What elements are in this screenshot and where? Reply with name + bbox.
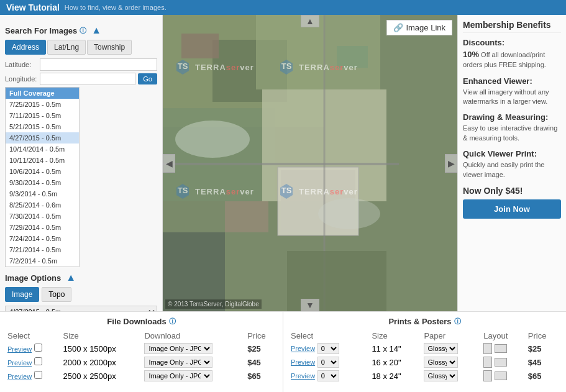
image-date-list-container: Full Coverage 7/25/2015 - 0.5m 7/11/2015… [5,87,157,267]
watermark-1: TS TERRAserver [174,58,254,76]
tab-topo[interactable]: Topo [42,287,71,302]
tab-township[interactable]: Township [87,40,132,55]
pp-col-paper: Paper [421,330,481,342]
pp-price-2: $65 [526,369,561,383]
svg-point-14 [318,198,380,229]
benefit-drawing: Drawing & Measuring: Easy to use interac… [463,112,561,143]
prints-info-icon: ⓘ [454,317,461,326]
watermark-2: TS TERRAserver [278,58,358,76]
link-icon: 🔗 [393,23,403,32]
dl-preview-link-0[interactable]: Preview [7,345,32,353]
pp-paper-select-1[interactable]: Glossy [424,357,458,368]
date-item-3[interactable]: 4/27/2015 - 0.5m [6,132,79,144]
price-display: Now Only $45! [463,186,561,196]
pp-qty-select-2[interactable]: 0 [317,370,339,381]
svg-rect-11 [225,201,268,232]
bottom-date-selector[interactable]: 4/27/2015 - 0.5m [5,306,157,311]
dl-format-select-2[interactable]: Image Only - JPG [144,370,212,381]
pp-portrait-icon-0[interactable] [483,343,492,354]
map-background: TS TERRAserver TS TERRAserver TS TERRAse… [163,15,457,311]
search-tabs: Address Lat/Lng Township [5,40,157,55]
search-expand-button[interactable]: ▲ [89,25,104,36]
pp-portrait-icon-2[interactable] [483,370,492,381]
dl-preview-link-2[interactable]: Preview [7,373,32,380]
view-tutorial-link[interactable]: View Tutorial [6,2,60,12]
pp-paper-2[interactable]: Glossy [421,369,481,383]
date-item-0[interactable]: 7/25/2015 - 0.5m [6,99,79,110]
bottom-date-select[interactable]: 4/27/2015 - 0.5m [5,306,157,311]
dl-checkbox-1[interactable] [34,357,42,365]
pp-portrait-icon-1[interactable] [483,357,492,368]
date-item-8[interactable]: 9/3/2014 - 0.5m [6,188,79,199]
dl-preview-link-1[interactable]: Preview [7,359,32,367]
dl-preview-2: Preview [5,369,61,383]
map-nav-right[interactable]: ▶ [445,154,457,173]
dl-download-1[interactable]: Image Only - JPG [142,355,245,369]
go-button[interactable]: Go [138,73,157,84]
pp-preview-link-1[interactable]: Preview [291,358,315,366]
table-row: Preview 2000 x 2000px Image Only - JPG $… [5,355,278,369]
map-nav-down[interactable]: ▼ [301,299,319,311]
image-link-button[interactable]: 🔗 Image Link [386,20,452,35]
map-nav-left[interactable]: ◀ [163,154,175,173]
pp-paper-select-2[interactable]: Glossy [424,370,458,381]
join-now-button[interactable]: Join Now [463,199,561,219]
date-list-header: Full Coverage [6,88,79,99]
image-options-expand-button[interactable]: ▲ [63,272,78,283]
svg-text:TS: TS [281,62,292,71]
date-item-12[interactable]: 7/24/2014 - 0.5m [6,233,79,244]
tab-latlng[interactable]: Lat/Lng [47,40,86,55]
pp-paper-0[interactable]: Glossy [421,342,481,355]
dl-col-size: Size [61,330,142,342]
file-downloads-info-icon: ⓘ [169,317,176,326]
dl-checkbox-0[interactable] [34,344,42,352]
pp-landscape-icon-1[interactable] [495,358,507,367]
table-row: Preview 0 11 x 14" Glossy $25 [288,342,561,355]
longitude-input[interactable] [40,73,135,85]
pp-preview-link-0[interactable]: Preview [291,345,315,352]
discounts-text: 10% Off all download/print orders plus F… [463,49,561,70]
date-item-13[interactable]: 7/21/2014 - 0.5m [6,244,79,255]
date-item-11[interactable]: 7/29/2014 - 0.5m [6,222,79,233]
tab-address[interactable]: Address [5,40,46,55]
date-item-9[interactable]: 8/25/2014 - 0.6m [6,199,79,211]
pp-price-0: $25 [526,342,561,355]
dl-format-select-1[interactable]: Image Only - JPG [144,357,212,368]
dl-format-select-0[interactable]: Image Only - JPG [144,343,212,354]
pp-landscape-icon-0[interactable] [495,344,507,353]
pp-landscape-icon-2[interactable] [495,371,507,380]
dl-download-2[interactable]: Image Only - JPG [142,369,245,383]
pp-preview-1: Preview 0 [288,355,369,369]
dl-checkbox-2[interactable] [34,371,42,379]
date-item-1[interactable]: 7/11/2015 - 0.5m [6,110,79,121]
pp-qty-select-0[interactable]: 0 [317,343,339,354]
date-item-14[interactable]: 7/2/2014 - 0.5m [6,255,79,267]
dl-col-select: Select [5,330,61,342]
pp-qty-select-1[interactable]: 0 [317,357,339,368]
dl-download-0[interactable]: Image Only - JPG [142,342,245,355]
date-item-15[interactable]: 6/19/2014 - 0.5m [6,267,79,267]
date-item-7[interactable]: 9/30/2014 - 0.5m [6,177,79,188]
map-area[interactable]: TS TERRAserver TS TERRAserver TS TERRAse… [163,15,457,311]
pp-preview-link-2[interactable]: Preview [291,372,315,380]
svg-text:TS: TS [178,186,188,195]
file-downloads-section: File Downloads ⓘ Select Size Download Pr… [0,312,283,392]
date-item-5[interactable]: 10/11/2014 - 0.5m [6,155,79,166]
latitude-input[interactable] [40,58,157,71]
date-item-6[interactable]: 10/6/2014 - 0.5m [6,166,79,177]
pp-paper-1[interactable]: Glossy [421,355,481,369]
table-row: Preview 1500 x 1500px Image Only - JPG $… [5,342,278,355]
date-item-2[interactable]: 5/21/2015 - 0.5m [6,121,79,132]
image-date-list[interactable]: Full Coverage 7/25/2015 - 0.5m 7/11/2015… [5,87,80,267]
svg-point-13 [175,121,250,158]
map-nav-up[interactable]: ▲ [301,15,319,27]
pp-col-size: Size [369,330,421,342]
date-item-4[interactable]: 10/14/2014 - 0.5m [6,144,79,155]
date-item-10[interactable]: 7/30/2014 - 0.5m [6,211,79,222]
pp-paper-select-0[interactable]: Glossy [424,343,458,354]
pp-layout-2 [481,369,526,383]
tab-image[interactable]: Image [5,287,39,302]
benefit-enhanced-viewer: Enhanced Viewer: View all imagery withou… [463,76,561,107]
dl-col-download: Download [142,330,245,342]
enhanced-viewer-text: View all imagery without any watermarks … [463,88,561,107]
